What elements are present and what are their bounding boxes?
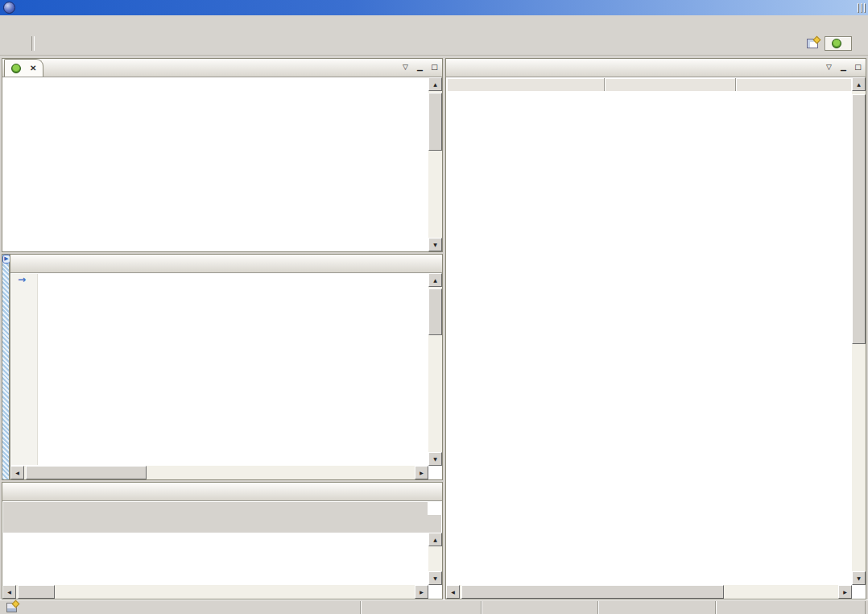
scroll-down-icon[interactable]: ▼ — [428, 452, 442, 466]
view-chrome: ▽ ▁ □ — [399, 62, 440, 73]
status-cursor-position — [597, 601, 715, 614]
variables-view-toolbar: ▽ ▁ □ — [820, 62, 866, 73]
scroll-right-icon[interactable]: ▶ — [838, 585, 852, 599]
editor-area: → ▲ ▼ ◀ ▶ — [10, 254, 443, 480]
main-toolbar — [0, 31, 868, 56]
fast-view-icon[interactable] — [6, 603, 17, 612]
maximize-button[interactable] — [861, 3, 862, 13]
debug-vertical-scrollbar[interactable]: ▲ ▼ — [428, 77, 442, 251]
debug-view-toolbar: ▽ ▁ □ — [396, 62, 442, 73]
editor-vertical-scrollbar[interactable]: ▲ ▼ — [428, 273, 442, 466]
scroll-left-icon[interactable]: ◀ — [446, 585, 460, 599]
console-toolbar — [3, 515, 441, 533]
menu-help[interactable] — [84, 22, 95, 25]
correct-indentation-button[interactable] — [16, 42, 29, 45]
maximize-view-icon[interactable]: □ — [428, 62, 440, 73]
title-bar — [0, 0, 868, 15]
scroll-left-icon[interactable]: ◀ — [2, 585, 16, 599]
console-vertical-scrollbar[interactable]: ▲ ▼ — [428, 533, 442, 585]
variables-table — [447, 91, 851, 571]
minimize-view-icon[interactable]: ▁ — [414, 62, 426, 73]
window-controls — [856, 2, 866, 13]
view-chrome: ▽ ▁ □ — [823, 62, 864, 73]
console-process-label — [3, 502, 428, 515]
console-view: ▲ ▼ ◀ ▶ — [2, 482, 443, 599]
editor-tab-bar — [10, 255, 442, 273]
editor-trim-strip: ▶ — [2, 254, 10, 480]
menu-window[interactable] — [72, 22, 84, 25]
scroll-right-icon[interactable]: ▶ — [415, 585, 428, 599]
open-perspective-button[interactable] — [804, 34, 821, 53]
debug-perspective-button[interactable] — [825, 36, 852, 51]
column-name[interactable] — [447, 78, 605, 91]
menu-file[interactable] — [5, 22, 16, 25]
variables-vertical-scrollbar[interactable]: ▲ ▼ — [852, 77, 866, 585]
close-button[interactable] — [864, 3, 866, 13]
status-insert-mode — [481, 601, 597, 614]
view-menu-icon[interactable]: ▽ — [399, 62, 411, 73]
menu-bar — [0, 15, 868, 31]
variables-view: ▽ ▁ □ ▲ ▼ ◀ ▶ — [445, 58, 866, 599]
scroll-left-icon[interactable]: ◀ — [10, 466, 24, 479]
debug-view-header: ✕ ▽ ▁ □ — [2, 59, 442, 77]
current-instruction-arrow-icon: → — [18, 274, 26, 285]
eclipse-logo-icon — [3, 2, 15, 14]
scroll-down-icon[interactable]: ▼ — [428, 571, 442, 585]
scroll-up-icon[interactable]: ▲ — [428, 273, 442, 287]
menu-run[interactable] — [61, 22, 72, 25]
separator — [31, 36, 35, 51]
console-tab-bar — [2, 483, 442, 501]
scroll-up-icon[interactable]: ▲ — [428, 77, 442, 91]
scroll-up-icon[interactable]: ▲ — [428, 533, 442, 546]
status-omc-online — [715, 601, 866, 614]
code-editor[interactable] — [38, 274, 428, 465]
scroll-up-icon[interactable]: ▲ — [852, 77, 866, 91]
console-output[interactable] — [3, 533, 428, 584]
debug-stack-tree — [3, 78, 428, 251]
menu-project[interactable] — [50, 22, 61, 25]
debug-view: ✕ ▽ ▁ □ ▲ ▼ — [2, 58, 443, 252]
minimize-view-icon[interactable]: ▁ — [837, 62, 849, 73]
variables-tab-bar: ▽ ▁ □ — [446, 59, 866, 77]
close-icon[interactable]: ✕ — [30, 64, 36, 73]
scroll-down-icon[interactable]: ▼ — [852, 571, 866, 585]
editor-horizontal-scrollbar[interactable]: ◀ ▶ — [10, 466, 428, 479]
tab-debug[interactable]: ✕ — [4, 59, 43, 77]
menu-navigate[interactable] — [27, 22, 39, 25]
editor-ruler: → — [11, 274, 38, 465]
variables-column-headers — [447, 78, 851, 92]
view-menu-icon[interactable]: ▽ — [823, 62, 835, 73]
status-bar — [0, 599, 868, 614]
scroll-down-icon[interactable]: ▼ — [428, 238, 442, 251]
column-value[interactable] — [736, 78, 851, 91]
minimize-button[interactable] — [858, 3, 859, 13]
perspective-bar — [804, 34, 863, 53]
variables-horizontal-scrollbar[interactable]: ◀ ▶ — [446, 585, 852, 599]
maximize-view-icon[interactable]: □ — [852, 62, 864, 73]
bug-icon — [832, 39, 841, 48]
column-declared-type[interactable] — [605, 78, 736, 91]
menu-edit[interactable] — [16, 22, 27, 25]
bug-icon — [11, 64, 21, 73]
open-perspective-icon — [807, 39, 818, 48]
build-project-button[interactable] — [37, 42, 50, 45]
menu-search[interactable] — [39, 22, 50, 25]
scroll-right-icon[interactable]: ▶ — [415, 466, 428, 479]
console-horizontal-scrollbar[interactable]: ◀ ▶ — [2, 585, 428, 599]
status-writable — [360, 601, 481, 614]
eclipse-window: ✕ ▽ ▁ □ ▲ ▼ ▶ → ▲ — [0, 0, 868, 614]
